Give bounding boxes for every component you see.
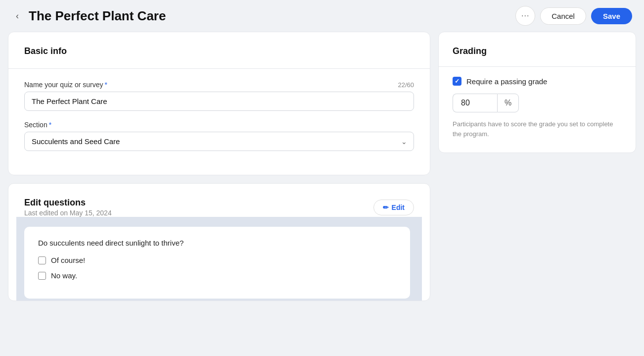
- more-button[interactable]: ···: [515, 6, 535, 26]
- grade-percent-label: %: [497, 94, 519, 112]
- main-layout: Basic info Name your quiz or survey* 22/…: [0, 32, 644, 356]
- question-preview-area: Do succulents need direct sunlight to th…: [16, 217, 422, 301]
- option-label-1: Of course!: [51, 256, 85, 264]
- option-row-2: No way.: [38, 271, 396, 280]
- grading-divider: [439, 66, 636, 67]
- name-required-star: *: [105, 81, 107, 89]
- grading-check-row: Require a passing grade: [453, 77, 622, 86]
- name-label: Name your quiz or survey*: [24, 81, 107, 89]
- edit-questions-subtitle: Last edited on May 15, 2024: [24, 209, 112, 217]
- option-checkbox-1[interactable]: [38, 256, 46, 264]
- passing-grade-checkbox[interactable]: [453, 77, 461, 86]
- left-column: Basic info Name your quiz or survey* 22/…: [8, 32, 430, 348]
- name-label-row: Name your quiz or survey* 22/60: [24, 81, 414, 89]
- section-label-row: Section*: [24, 121, 414, 129]
- basic-info-card: Basic info Name your quiz or survey* 22/…: [8, 32, 430, 175]
- right-column: Grading Require a passing grade % Partic…: [438, 32, 636, 348]
- question-card: Do succulents need direct sunlight to th…: [24, 227, 410, 299]
- eq-left: Edit questions Last edited on May 15, 20…: [24, 198, 112, 217]
- save-button[interactable]: Save: [591, 8, 632, 24]
- page-title: The Perfect Plant Care: [29, 8, 509, 24]
- divider: [8, 68, 430, 69]
- edit-questions-title: Edit questions: [24, 198, 112, 208]
- edit-btn-label: Edit: [392, 203, 405, 211]
- grade-input-row: %: [453, 94, 622, 112]
- section-select[interactable]: Succulents and Seed Care Flower Care Tre…: [24, 132, 414, 151]
- section-required-star: *: [49, 121, 51, 129]
- pencil-icon: ✏: [383, 203, 389, 211]
- header-actions: ··· Cancel Save: [515, 6, 632, 26]
- section-field-row: Section* Succulents and Seed Care Flower…: [24, 121, 414, 151]
- basic-info-title: Basic info: [24, 46, 414, 56]
- option-row-1: Of course!: [38, 256, 396, 264]
- grading-card: Grading Require a passing grade % Partic…: [438, 32, 636, 153]
- name-field-row: Name your quiz or survey* 22/60: [24, 81, 414, 111]
- option-checkbox-2[interactable]: [38, 272, 46, 280]
- option-label-2: No way.: [51, 271, 77, 280]
- cancel-button[interactable]: Cancel: [540, 7, 586, 25]
- edit-questions-button[interactable]: ✏ Edit: [373, 200, 414, 215]
- passing-grade-label: Require a passing grade: [466, 77, 547, 86]
- char-count: 22/60: [398, 81, 414, 89]
- header: ‹ The Perfect Plant Care ··· Cancel Save: [0, 0, 644, 32]
- section-label: Section*: [24, 121, 51, 129]
- question-text: Do succulents need direct sunlight to th…: [38, 239, 396, 247]
- section-select-wrapper: Succulents and Seed Care Flower Care Tre…: [24, 132, 414, 151]
- grading-title: Grading: [453, 46, 622, 56]
- edit-questions-card: Edit questions Last edited on May 15, 20…: [8, 183, 430, 301]
- quiz-name-input[interactable]: [24, 92, 414, 111]
- grade-value-input[interactable]: [453, 94, 497, 112]
- grading-note: Participants have to score the grade you…: [453, 119, 622, 139]
- edit-questions-header: Edit questions Last edited on May 15, 20…: [24, 198, 414, 217]
- back-button[interactable]: ‹: [12, 9, 23, 23]
